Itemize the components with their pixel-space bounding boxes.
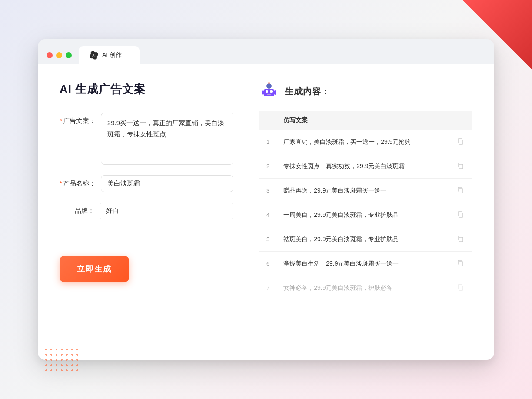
copy-button[interactable] [455, 185, 466, 196]
svg-point-7 [268, 82, 270, 84]
ad-copy-required: * [60, 117, 62, 124]
row-number: 3 [259, 179, 276, 203]
left-panel: AI 生成广告文案 *广告文案： 29.9买一送一，真正的厂家直销，美白淡斑霜，… [60, 82, 233, 342]
browser-tab[interactable]: AI AI 创作 [79, 46, 140, 64]
copy-button[interactable] [455, 160, 466, 172]
bg-decoration-dots [43, 347, 78, 373]
row-number: 4 [259, 203, 276, 227]
svg-rect-16 [459, 286, 463, 290]
result-header: 生成内容： [259, 82, 472, 101]
ad-copy-row: *广告文案： 29.9买一送一，真正的厂家直销，美白淡斑霜，专抹女性斑点 [60, 113, 233, 165]
copy-cell [448, 276, 472, 300]
svg-rect-15 [459, 262, 463, 266]
svg-rect-13 [459, 213, 463, 217]
result-title: 生成内容： [285, 86, 330, 97]
ai-tab-icon: AI [89, 50, 99, 60]
svg-rect-5 [267, 94, 271, 95]
row-text: 赠品再送，29.9元美白淡斑霜买一送一 [276, 179, 448, 203]
row-text: 女神必备，29.9元美白淡斑霜，护肤必备 [276, 276, 448, 300]
robot-icon [259, 82, 279, 101]
row-text: 一周美白，29.9元美白淡斑霜，专业护肤品 [276, 203, 448, 227]
page-title: AI 生成广告文案 [60, 82, 233, 97]
svg-text:AI: AI [92, 53, 95, 57]
svg-rect-12 [459, 189, 463, 193]
product-name-label: *产品名称： [60, 175, 96, 188]
svg-rect-11 [459, 164, 463, 169]
results-table: 仿写文案 1厂家直销，美白淡斑霜，买一送一，29.9元抢购2专抹女性斑点，真实功… [259, 111, 472, 300]
table-row: 7女神必备，29.9元美白淡斑霜，护肤必备 [259, 276, 472, 300]
brand-row: 品牌： 好白 [60, 203, 233, 219]
svg-rect-10 [459, 140, 463, 144]
product-name-input[interactable]: 美白淡斑霜 [101, 175, 233, 192]
table-row: 1厂家直销，美白淡斑霜，买一送一，29.9元抢购 [259, 130, 472, 154]
svg-rect-9 [274, 90, 276, 95]
ad-copy-input[interactable]: 29.9买一送一，真正的厂家直销，美白淡斑霜，专抹女性斑点 [101, 113, 233, 165]
copy-button[interactable] [455, 282, 466, 294]
svg-rect-14 [459, 237, 463, 242]
row-text: 祛斑美白，29.9元美白淡斑霜，专业护肤品 [276, 227, 448, 252]
copy-cell [448, 252, 472, 276]
row-text: 专抹女性斑点，真实功效，29.9元美白淡斑霜 [276, 154, 448, 179]
brand-label: 品牌： [60, 203, 94, 215]
title-bar: AI AI 创作 [38, 39, 494, 64]
ad-copy-label: *广告文案： [60, 113, 96, 125]
copy-cell [448, 227, 472, 252]
minimize-button[interactable] [56, 52, 62, 58]
table-row: 3赠品再送，29.9元美白淡斑霜买一送一 [259, 179, 472, 203]
content-area: AI 生成广告文案 *广告文案： 29.9买一送一，真正的厂家直销，美白淡斑霜，… [38, 64, 494, 360]
table-action-header [448, 111, 472, 130]
product-name-row: *产品名称： 美白淡斑霜 [60, 175, 233, 192]
svg-rect-4 [270, 90, 273, 93]
generate-button[interactable]: 立即生成 [60, 256, 129, 282]
brand-input[interactable]: 好白 [100, 203, 233, 219]
copy-button[interactable] [455, 136, 466, 148]
svg-rect-3 [266, 90, 268, 93]
table-row: 5祛斑美白，29.9元美白淡斑霜，专业护肤品 [259, 227, 472, 252]
right-panel: 生成内容： 仿写文案 1厂家直销，美白淡斑霜，买一送一，29.9元抢购2专抹女性… [259, 82, 472, 342]
copy-button[interactable] [455, 209, 466, 221]
svg-rect-8 [262, 90, 264, 95]
maximize-button[interactable] [66, 52, 72, 58]
browser-window: AI AI 创作 AI 生成广告文案 *广告文案： 29.9买一送一，真正的厂家… [38, 39, 494, 360]
table-row: 2专抹女性斑点，真实功效，29.9元美白淡斑霜 [259, 154, 472, 179]
tab-label: AI 创作 [102, 51, 122, 59]
copy-cell [448, 154, 472, 179]
window-controls [47, 52, 72, 58]
row-number: 2 [259, 154, 276, 179]
copy-button[interactable] [455, 233, 466, 245]
row-number: 5 [259, 227, 276, 252]
row-number: 7 [259, 276, 276, 300]
row-number: 1 [259, 130, 276, 154]
table-row: 4一周美白，29.9元美白淡斑霜，专业护肤品 [259, 203, 472, 227]
row-text: 厂家直销，美白淡斑霜，买一送一，29.9元抢购 [276, 130, 448, 154]
table-content-header: 仿写文案 [276, 111, 448, 130]
row-text: 掌握美白生活，29.9元美白淡斑霜买一送一 [276, 252, 448, 276]
svg-rect-2 [264, 89, 274, 96]
copy-cell [448, 130, 472, 154]
table-num-header [259, 111, 276, 130]
product-required: * [60, 180, 62, 187]
close-button[interactable] [47, 52, 53, 58]
table-row: 6掌握美白生活，29.9元美白淡斑霜买一送一 [259, 252, 472, 276]
copy-cell [448, 179, 472, 203]
copy-cell [448, 203, 472, 227]
copy-button[interactable] [455, 258, 466, 269]
row-number: 6 [259, 252, 276, 276]
